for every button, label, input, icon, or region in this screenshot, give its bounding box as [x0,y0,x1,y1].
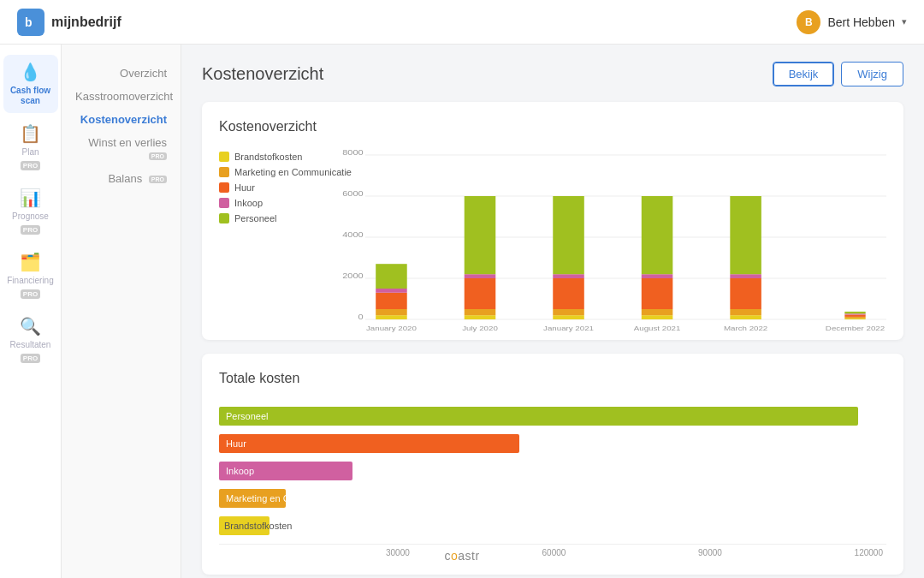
chevron-down-icon: ▾ [902,16,907,27]
svg-rect-12 [376,309,407,315]
svg-rect-36 [844,319,865,319]
svg-rect-30 [642,196,673,274]
svg-rect-22 [553,309,584,315]
legend-color-inkoop [219,198,229,208]
svg-rect-15 [376,264,407,289]
hbar-row-inkoop: Inkoop [219,462,886,480]
svg-text:6000: 6000 [342,189,364,198]
svg-text:8000: 8000 [342,148,364,157]
svg-text:July 2020: July 2020 [462,325,498,332]
svg-rect-38 [844,315,865,317]
hbar-row-personeel: Personeel [219,407,886,426]
sidebar-item-resultaten[interactable]: 🔍 Resultaten PRO [3,309,58,370]
plan-icon: 📋 [20,123,41,144]
legend-personeel: Personeel [219,213,352,223]
header: b mijnbedrijf B Bert Hebben ▾ [0,0,924,45]
avatar: B [797,10,820,34]
logo: b mijnbedrijf [17,9,121,36]
bekijk-button[interactable]: Bekijk [773,62,835,86]
svg-rect-32 [730,309,761,315]
main-layout: 💧 Cash flowscan 📋 Plan PRO 📊 Prognose PR… [0,45,924,578]
subnav-overzicht[interactable]: Overzicht [62,62,181,85]
svg-text:January 2020: January 2020 [366,325,417,332]
svg-rect-27 [642,309,673,315]
logo-icon: b [17,9,44,36]
legend-inkoop: Inkoop [219,198,352,208]
subnav-balans[interactable]: Balans PRO [62,167,181,190]
hbar-row-brandstof: Brandstofkosten [219,516,886,535]
prognose-icon: 📊 [20,188,41,208]
subnav-kostenoverzicht[interactable]: Kostenoverzicht [62,108,181,131]
svg-rect-28 [642,278,673,309]
hbar-row-huur: Huur [219,434,886,453]
svg-rect-14 [376,289,407,293]
svg-rect-16 [465,315,496,319]
svg-rect-21 [553,315,584,319]
legend-marketing: Marketing en Communicatie [219,167,352,177]
subnav-kassstroomoverzicht[interactable]: Kasstroomoverzicht [62,85,181,108]
legend-color-huur [219,182,229,193]
svg-text:4000: 4000 [342,230,364,239]
legend-color-marketing [219,167,229,177]
svg-rect-34 [730,274,761,278]
svg-rect-24 [553,274,584,278]
stacked-svg: 0 2000 4000 6000 8000 [365,148,886,319]
resultaten-icon: 🔍 [20,316,41,337]
svg-rect-37 [844,317,865,319]
legend-huur: Huur [219,182,352,193]
legend-color-personeel [219,213,229,223]
svg-rect-18 [465,278,496,309]
svg-rect-40 [844,312,865,313]
svg-rect-23 [553,278,584,309]
user-name: Bert Hebben [827,15,895,29]
svg-text:December 2022: December 2022 [826,325,885,332]
user-menu[interactable]: B Bert Hebben ▾ [797,10,907,34]
sidebar: 💧 Cash flowscan 📋 Plan PRO 📊 Prognose PR… [0,45,62,578]
svg-rect-29 [642,274,673,278]
sidebar-item-prognose[interactable]: 📊 Prognose PRO [3,181,58,241]
svg-rect-39 [844,313,865,314]
legend-color-brandstofkosten [219,152,229,162]
svg-text:b: b [25,15,33,29]
svg-rect-20 [465,196,496,274]
svg-text:August 2021: August 2021 [634,325,681,332]
legend-brandstofkosten: Brandstofkosten [219,152,352,162]
svg-rect-13 [376,293,407,309]
svg-rect-35 [730,196,761,274]
app-name: mijnbedrijf [51,15,121,30]
page-title: Kostenoverzicht [202,64,323,84]
stacked-chart-title: Kostenoverzicht [219,119,886,134]
content-area: Kostenoverzicht Bekijk Wijzig Kostenover… [181,45,924,578]
hbar-row-marketing: Marketing en Communicatie [219,489,886,508]
svg-text:March 2022: March 2022 [724,325,767,332]
sidebar-item-cashflow[interactable]: 💧 Cash flowscan [3,55,58,113]
subnav: Overzicht Kasstroomoverzicht Kostenoverz… [62,45,181,578]
svg-rect-26 [642,315,673,319]
hbar-chart-area: Personeel Huur Inkoop [219,400,886,557]
svg-text:January 2021: January 2021 [543,325,594,332]
svg-text:0: 0 [358,313,364,321]
chart-legend: Brandstofkosten Marketing en Communicati… [219,148,352,323]
sidebar-item-financiering[interactable]: 🗂️ Financiering PRO [3,245,58,306]
svg-text:2000: 2000 [342,271,364,280]
footer-brand: coastr [444,549,479,563]
svg-rect-17 [465,309,496,315]
svg-rect-31 [730,315,761,319]
svg-rect-19 [465,274,496,278]
page-header: Kostenoverzicht Bekijk Wijzig [202,62,903,86]
stacked-bar-chart: 0 2000 4000 6000 8000 [365,148,886,323]
subnav-winst-verlies[interactable]: Winst en verlies PRO [62,131,181,167]
svg-rect-25 [553,196,584,274]
svg-rect-33 [730,278,761,309]
hbar-chart-title: Totale kosten [219,371,886,386]
stacked-chart-card: Kostenoverzicht Brandstofkosten Marketin… [202,102,903,340]
svg-rect-11 [376,315,407,319]
footer: coastr [0,540,924,571]
wijzig-button[interactable]: Wijzig [841,62,903,86]
page-actions: Bekijk Wijzig [773,62,903,86]
sidebar-item-plan[interactable]: 📋 Plan PRO [3,116,58,177]
financiering-icon: 🗂️ [20,252,41,272]
cashflow-icon: 💧 [20,62,41,82]
stacked-chart-area: Brandstofkosten Marketing en Communicati… [219,148,886,323]
